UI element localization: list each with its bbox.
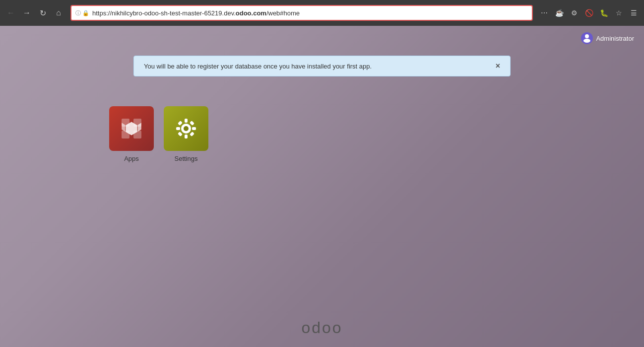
user-name: Administrator [596, 35, 634, 42]
odoo-page: Administrator You will be able to regist… [0, 26, 644, 347]
more-button[interactable]: ⋯ [538, 6, 551, 19]
odoo-logo-text: odoo [301, 319, 342, 337]
svg-rect-16 [178, 132, 183, 137]
notification-message: You will be able to register your databa… [144, 63, 372, 70]
info-icon: ⓘ [75, 9, 81, 17]
block-button[interactable]: 🚫 [582, 6, 595, 19]
url-after-bold: /web#home [266, 9, 300, 17]
odoo-topbar: Administrator [0, 26, 644, 51]
url-before-bold: https://nikhilcybro-odoo-sh-test-master-… [92, 9, 236, 17]
notification-close-button[interactable]: × [496, 62, 500, 70]
pocket-button[interactable]: ☕ [553, 6, 566, 19]
odoo-logo-bottom: odoo [301, 319, 342, 337]
lock-icon: 🔒 [82, 10, 89, 16]
address-bar-icons: ⓘ 🔒 [75, 9, 89, 17]
notification-banner: You will be able to register your databa… [133, 56, 511, 76]
bookmark-button[interactable]: ☆ [612, 6, 625, 19]
apps-icon [109, 106, 154, 151]
back-button[interactable]: ← [4, 6, 18, 20]
url-bold: odoo.com [236, 9, 266, 17]
svg-rect-15 [190, 121, 194, 126]
address-bar[interactable]: ⓘ 🔒 https://nikhilcybro-odoo-sh-test-mas… [70, 5, 533, 21]
browser-chrome: ← → ↻ ⌂ ⓘ 🔒 https://nikhilcybro-odoo-sh-… [0, 0, 644, 26]
settings-icon [164, 106, 208, 151]
svg-point-1 [583, 39, 590, 43]
user-avatar [581, 32, 593, 44]
apps-grid: Apps Settings [109, 106, 208, 162]
forward-button[interactable]: → [20, 6, 34, 20]
menu-button[interactable]: ☰ [627, 6, 640, 19]
app-item-apps[interactable]: Apps [109, 106, 154, 162]
address-text: https://nikhilcybro-odoo-sh-test-master-… [92, 9, 528, 17]
app-label-settings: Settings [175, 155, 198, 162]
bug-button[interactable]: 🐛 [597, 6, 610, 19]
app-label-apps: Apps [124, 155, 139, 162]
svg-rect-14 [178, 121, 183, 126]
browser-actions: ⋯ ☕ ⚙ 🚫 🐛 ☆ ☰ [538, 6, 640, 19]
nav-buttons: ← → ↻ ⌂ [4, 6, 65, 20]
svg-point-0 [585, 34, 589, 38]
svg-rect-13 [192, 127, 196, 130]
svg-rect-11 [185, 135, 188, 139]
svg-rect-12 [176, 127, 180, 130]
home-button[interactable]: ⌂ [52, 6, 65, 20]
svg-rect-10 [185, 119, 188, 123]
reload-button[interactable]: ↻ [36, 6, 50, 20]
user-menu[interactable]: Administrator [581, 32, 634, 44]
app-item-settings[interactable]: Settings [164, 106, 208, 162]
svg-rect-17 [190, 132, 194, 137]
svg-point-9 [184, 126, 189, 131]
extension-button[interactable]: ⚙ [568, 6, 580, 19]
